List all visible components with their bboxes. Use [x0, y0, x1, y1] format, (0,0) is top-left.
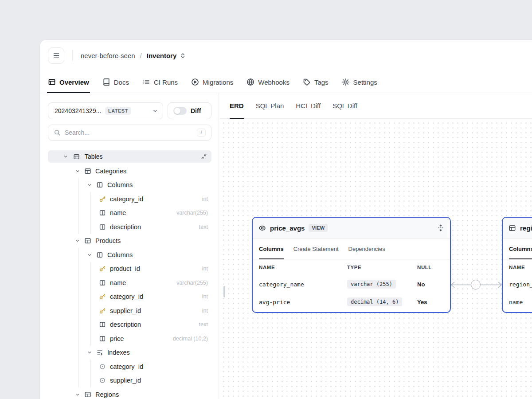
- canvas-scroll-indicator[interactable]: [223, 286, 225, 297]
- node-header: price_avgs VIEW: [253, 218, 450, 239]
- tree-item-table-regions[interactable]: Regions: [40, 387, 219, 399]
- column-icon: [99, 223, 106, 231]
- diff-toggle[interactable]: [173, 107, 187, 115]
- column-icon: [99, 279, 106, 286]
- tab-overview[interactable]: Overview: [48, 71, 89, 93]
- column-row: region_: [503, 275, 532, 293]
- primary-tab-bar: Overview Docs CI Runs Migrations Webhook…: [48, 71, 532, 93]
- chevron-down-icon: [87, 350, 92, 355]
- page-background: never-before-seen / Inventory Overview D…: [0, 0, 532, 399]
- toggle-knob: [174, 108, 180, 114]
- view-badge: VIEW: [309, 224, 328, 232]
- tree-item-column[interactable]: name varchar(255): [40, 206, 219, 220]
- tab-sql-diff[interactable]: SQL Diff: [332, 93, 357, 118]
- column-header-name: NAME: [253, 265, 347, 270]
- tab-docs[interactable]: Docs: [102, 71, 129, 93]
- search-input[interactable]: [65, 129, 193, 136]
- tab-migrations[interactable]: Migrations: [191, 71, 233, 93]
- breadcrumb-separator: /: [140, 52, 142, 59]
- overview-icon: [48, 78, 56, 86]
- tab-label: Docs: [114, 78, 129, 86]
- node-title: regi: [520, 224, 532, 232]
- key-icon: [99, 307, 106, 314]
- tab-label: Tags: [314, 78, 329, 86]
- node-tab-dependencies[interactable]: Dependencies: [348, 239, 385, 259]
- breadcrumb-org[interactable]: never-before-seen: [81, 52, 135, 59]
- tree-item-column[interactable]: description text: [40, 318, 219, 332]
- tab-label: Migrations: [203, 78, 233, 86]
- index-circle-icon: [99, 363, 106, 370]
- relation-edge-ellipsis[interactable]: ···: [471, 280, 481, 289]
- collapse-all-button[interactable]: [201, 153, 207, 160]
- tab-erd[interactable]: ERD: [230, 93, 244, 118]
- tab-tags[interactable]: Tags: [303, 71, 329, 93]
- columns-table-header: NAME TYPE NULL: [253, 259, 450, 275]
- eye-icon: [258, 224, 266, 232]
- gear-icon: [342, 78, 350, 86]
- tree-item-indexes-group[interactable]: Indexes: [40, 346, 219, 360]
- columns-icon: [96, 181, 103, 188]
- node-title: price_avgs: [270, 224, 305, 232]
- tree-item-columns-group[interactable]: Columns: [40, 248, 219, 262]
- latest-badge: LATEST: [105, 107, 131, 115]
- node-tab-columns[interactable]: Columns: [509, 239, 532, 259]
- erd-node-regions-partial[interactable]: regi Columns NAME region_ name: [502, 217, 532, 313]
- column-header-type: TYPE: [347, 265, 417, 270]
- project-switcher-button[interactable]: [180, 52, 186, 59]
- globe-icon: [246, 78, 254, 86]
- node-tab-bar: Columns: [503, 239, 532, 259]
- column-icon: [99, 209, 106, 216]
- tree-root-label: Tables: [85, 153, 102, 160]
- table-icon: [73, 153, 80, 160]
- chevron-down-icon: [75, 392, 80, 397]
- column-row: name: [503, 293, 532, 311]
- tree-item-column[interactable]: price decimal (10,2): [40, 332, 219, 346]
- tree-item-columns-group[interactable]: Columns: [40, 178, 219, 192]
- chevrons-up-down-icon: [180, 52, 186, 59]
- topbar-divider: [72, 50, 73, 61]
- chevron-down-icon: [87, 252, 92, 258]
- tree-item-index[interactable]: supplier_id: [40, 374, 219, 388]
- key-icon: [99, 265, 106, 272]
- tab-settings[interactable]: Settings: [342, 71, 377, 93]
- diff-label: Diff: [191, 107, 201, 114]
- table-icon: [84, 391, 91, 398]
- version-selector[interactable]: 202403241329... LATEST: [48, 102, 163, 119]
- tree-item-table-products[interactable]: Products: [40, 234, 219, 248]
- tab-hcl-diff[interactable]: HCL Diff: [296, 93, 321, 118]
- node-tab-columns[interactable]: Columns: [259, 239, 284, 259]
- index-circle-icon: [99, 377, 106, 384]
- erd-node-price-avgs[interactable]: price_avgs VIEW Columns Create Statement…: [252, 217, 451, 313]
- tab-webhooks[interactable]: Webhooks: [246, 71, 289, 93]
- tree-item-column[interactable]: description text: [40, 220, 219, 234]
- tree-item-column[interactable]: category_id int: [40, 192, 219, 206]
- tab-label: CI Runs: [154, 78, 178, 86]
- node-tab-bar: Columns Create Statement Dependencies: [253, 239, 450, 259]
- table-icon: [84, 237, 91, 244]
- main-panel: ERD SQL Plan HCL Diff SQL Diff ···: [219, 93, 532, 399]
- tree-item-table-categories[interactable]: Categories: [40, 164, 219, 178]
- tree-item-column[interactable]: product_id int: [40, 262, 219, 276]
- table-icon: [509, 224, 516, 232]
- tree-item-column[interactable]: supplier_id int: [40, 304, 219, 318]
- hamburger-icon: [53, 52, 60, 59]
- tree-root-tables[interactable]: Tables: [48, 150, 211, 163]
- drag-handle-icon: [437, 224, 444, 231]
- collapse-all-icon: [201, 153, 207, 160]
- columns-icon: [96, 251, 103, 258]
- node-tab-create-statement[interactable]: Create Statement: [293, 239, 339, 259]
- tab-ci-runs[interactable]: CI Runs: [142, 71, 178, 93]
- tree-item-column[interactable]: name varchar(255): [40, 276, 219, 290]
- breadcrumb-project[interactable]: Inventory: [147, 52, 177, 59]
- erd-canvas[interactable]: ··· price_avgs VIEW Columns Create State…: [219, 119, 532, 399]
- tag-icon: [303, 78, 311, 86]
- tree-item-column[interactable]: category_id int: [40, 290, 219, 304]
- drag-handle-button[interactable]: [437, 224, 444, 231]
- sidebar-controls: 202403241329... LATEST Diff: [48, 102, 211, 119]
- tree-item-index[interactable]: category_id: [40, 360, 219, 374]
- list-checks-icon: [142, 78, 150, 86]
- hamburger-menu-button[interactable]: [48, 47, 64, 64]
- key-icon: [99, 196, 106, 203]
- tab-sql-plan[interactable]: SQL Plan: [256, 93, 284, 118]
- top-bar: never-before-seen / Inventory: [40, 40, 532, 71]
